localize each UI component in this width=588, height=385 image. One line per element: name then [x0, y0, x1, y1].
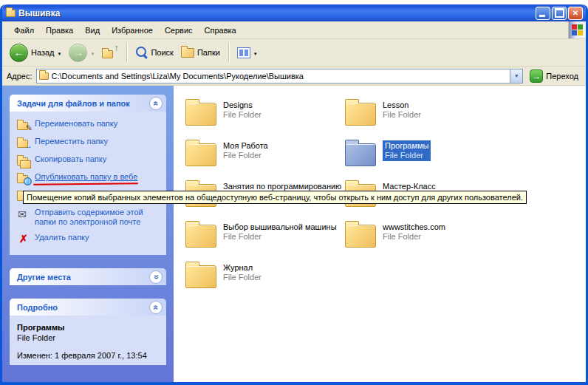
email-icon — [17, 208, 30, 219]
windows-logo-icon — [568, 21, 586, 38]
folder-icon — [185, 265, 216, 288]
chevron-up-icon[interactable] — [149, 301, 163, 314]
forward-arrow-icon — [69, 44, 87, 62]
file-folder-tasks-body: Переименовать папку Переместить папку Ск… — [10, 112, 166, 255]
address-bar: Адрес: C:\Documents and Settings\Liza\My… — [2, 67, 586, 86]
go-button[interactable]: Переход — [527, 69, 581, 83]
file-tile-moya-rabota[interactable]: Моя РаботаFile Folder — [185, 137, 342, 177]
file-name: Моя Работа — [223, 141, 268, 151]
other-places-section: Другие места — [10, 268, 166, 285]
file-folder-tasks-header[interactable]: Задачи для файлов и папок — [10, 95, 166, 112]
task-move-folder[interactable]: Переместить папку — [17, 137, 162, 149]
file-type: File Folder — [223, 151, 268, 160]
details-body: Программы File Folder Изменен: 1 февраля… — [10, 316, 166, 365]
delete-icon — [17, 233, 30, 245]
up-button[interactable] — [99, 44, 121, 61]
menu-file[interactable]: Файл — [8, 24, 40, 37]
details-modified: Изменен: 1 февраля 2007 г., 13:54 — [17, 351, 157, 361]
folders-label: Папки — [197, 48, 220, 57]
details-file-type: File Folder — [17, 333, 162, 342]
maximize-button[interactable] — [552, 7, 567, 20]
folder-icon-selected — [345, 143, 376, 166]
toolbar-separator — [126, 43, 127, 62]
address-folder-icon — [39, 72, 49, 80]
address-value: C:\Documents and Settings\Liza\My Docume… — [52, 72, 507, 81]
details-title: Подробно — [17, 303, 58, 312]
go-label: Переход — [546, 72, 578, 81]
file-type: File Folder — [223, 110, 261, 120]
task-delete-folder[interactable]: Удалить папку — [17, 233, 162, 245]
details-section: Подробно Программы File Folder Изменен: … — [10, 299, 166, 365]
back-button[interactable]: Назад — [7, 42, 64, 64]
task-label: Скопировать папку — [35, 154, 106, 164]
titlebar-buttons — [536, 7, 583, 20]
task-label: Переименовать папку — [35, 119, 117, 129]
file-folder-tasks-title: Задачи для файлов и папок — [17, 99, 130, 108]
window-folder-icon — [6, 10, 16, 17]
file-name: wwwstitches.com — [383, 222, 445, 232]
titlebar[interactable]: Вышивка — [2, 4, 586, 21]
close-button[interactable] — [568, 7, 583, 20]
folder-icon — [345, 225, 376, 248]
forward-button[interactable] — [66, 42, 98, 64]
copy-folder-icon — [17, 154, 30, 166]
file-type: File Folder — [383, 110, 421, 120]
file-tile-lesson[interactable]: LessonFile Folder — [345, 96, 502, 137]
explorer-window: Вышивка Файл Правка Вид Избранное Сервис… — [0, 4, 588, 385]
folder-icon — [185, 103, 216, 126]
window-title: Вышивка — [18, 8, 533, 18]
back-dropdown-icon[interactable] — [58, 48, 62, 57]
file-type: File Folder — [223, 273, 261, 282]
toolbar-separator — [228, 43, 229, 62]
menu-favorites[interactable]: Избранное — [106, 24, 159, 37]
file-type: File Folder — [223, 232, 337, 242]
minimize-button[interactable] — [536, 7, 550, 20]
file-tile-designs[interactable]: DesignsFile Folder — [185, 96, 342, 137]
menu-tools[interactable]: Сервис — [159, 24, 199, 37]
views-dropdown-icon[interactable] — [253, 48, 258, 57]
task-label: Удалить папку — [35, 233, 89, 242]
details-file-name: Программы — [17, 323, 162, 332]
file-name: Журнал — [223, 263, 261, 273]
chevron-up-icon[interactable] — [149, 97, 163, 110]
views-icon — [237, 47, 250, 58]
folders-button[interactable]: Папки — [178, 47, 223, 59]
menu-view[interactable]: Вид — [79, 24, 106, 37]
file-type: File Folder — [385, 151, 428, 160]
address-label: Адрес: — [7, 72, 33, 81]
address-dropdown-button[interactable] — [510, 69, 522, 83]
search-button[interactable]: Поиск — [132, 45, 176, 61]
file-tile-programmy-selected[interactable]: ПрограммыFile Folder — [345, 137, 502, 177]
back-arrow-icon — [10, 44, 28, 62]
rename-folder-icon — [17, 119, 30, 131]
task-publish-folder-web[interactable]: Опубликовать папку в вебе — [17, 172, 162, 184]
file-tile-zhurnal[interactable]: ЖурналFile Folder — [185, 259, 342, 299]
task-label: Опубликовать папку в вебе — [35, 172, 137, 182]
menu-edit[interactable]: Правка — [40, 24, 79, 37]
task-rename-folder[interactable]: Переименовать папку — [17, 119, 162, 131]
file-tile-wwwstitches[interactable]: wwwstitches.comFile Folder — [345, 218, 502, 259]
go-arrow-icon — [530, 69, 543, 83]
details-header[interactable]: Подробно — [10, 299, 166, 316]
task-pane: Задачи для файлов и папок Переименовать … — [2, 86, 174, 382]
tooltip: Помещение копий выбранных элементов на о… — [23, 191, 527, 204]
other-places-header[interactable]: Другие места — [10, 268, 166, 285]
content-area: Задачи для файлов и папок Переименовать … — [2, 86, 586, 382]
task-label: Переместить папку — [35, 137, 108, 146]
task-email-folder[interactable]: Отправить содержимое этой папки по элект… — [17, 208, 162, 227]
task-copy-folder[interactable]: Скопировать папку — [17, 154, 162, 166]
file-tile-vybor-mashiny[interactable]: Выбор вышивальной машиныFile Folder — [185, 218, 342, 259]
file-type: File Folder — [383, 232, 445, 242]
chevron-down-icon[interactable] — [149, 270, 163, 284]
file-list-area[interactable]: DesignsFile Folder LessonFile Folder Моя… — [174, 86, 586, 382]
views-button[interactable] — [234, 46, 261, 60]
back-label: Назад — [31, 48, 55, 57]
task-label: Отправить содержимое этой папки по элект… — [35, 208, 162, 227]
move-folder-icon — [17, 137, 30, 149]
other-places-title: Другие места — [17, 273, 71, 282]
toolbar: Назад Поиск Папки — [2, 39, 586, 67]
file-name: Lesson — [383, 100, 421, 110]
menu-help[interactable]: Справка — [199, 24, 242, 37]
address-input[interactable]: C:\Documents and Settings\Liza\My Docume… — [36, 69, 524, 84]
file-name: Designs — [223, 100, 261, 110]
